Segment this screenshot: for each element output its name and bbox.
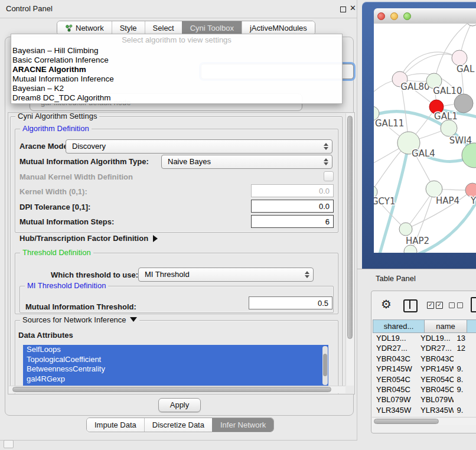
- control-panel: Control Panel ✕ NetworkStyleSelectCyni T…: [0, 0, 357, 441]
- tab-label: Style: [120, 24, 137, 32]
- hub-definition-label: Hub/Transcription Factor Definition: [19, 234, 148, 243]
- table-row[interactable]: YDL19...YDL19...13: [373, 333, 476, 343]
- table-row[interactable]: YLR345WYLR345W9.: [373, 405, 476, 415]
- mi-threshold-field[interactable]: [249, 296, 332, 309]
- table-row[interactable]: YPR145WYPR145W9.: [373, 364, 476, 374]
- dropdown-item[interactable]: Mutual Information Inference: [11, 74, 342, 84]
- node-label: GCY1: [374, 196, 396, 207]
- node-label: Y: [470, 195, 476, 206]
- table-cell: YDL19...: [373, 333, 417, 343]
- node-unlabeled[interactable]: [462, 143, 476, 168]
- tab-cyni-toolbox[interactable]: Cyni Toolbox: [182, 21, 242, 35]
- node-label: GAL10: [433, 86, 462, 96]
- tab-label: Select: [153, 24, 174, 32]
- export-table-icon[interactable]: [471, 297, 476, 312]
- tab-select[interactable]: Select: [145, 21, 182, 35]
- table-cell: 9.: [454, 384, 476, 394]
- zoom-window-icon[interactable]: [403, 12, 411, 20]
- node-swi4[interactable]: [441, 120, 457, 136]
- sources-toggle[interactable]: Sources for Network Inference: [20, 315, 139, 324]
- mi-type-combo[interactable]: Naive Bayes: [161, 155, 332, 169]
- select-all-icon[interactable]: ✓✓: [427, 302, 443, 309]
- tab-infer-network[interactable]: Infer Network: [212, 418, 273, 432]
- node-unlabeled[interactable]: [466, 24, 476, 26]
- attribute-item-selected[interactable]: TopologicalCoefficient: [23, 355, 328, 365]
- column-browser-icon[interactable]: [403, 299, 418, 312]
- deselect-all-icon[interactable]: [449, 302, 463, 308]
- panel-mini-icon[interactable]: [4, 440, 14, 448]
- gear-icon[interactable]: ⚙: [381, 298, 392, 310]
- bottom-tab-bar: Impute DataDiscretize DataInfer Network: [86, 418, 274, 432]
- float-window-icon[interactable]: [340, 6, 346, 12]
- table-cell: YDR27...: [417, 343, 454, 353]
- group-title: Threshold Definition: [20, 248, 93, 257]
- data-attributes-list[interactable]: SelfLoopsTopologicalCoefficientBetweenne…: [23, 345, 328, 386]
- dropdown-item[interactable]: Dream8 DC_TDC Algorithm: [11, 93, 342, 103]
- table-cell: YBL079W: [373, 394, 417, 405]
- tab-jactivemnodules[interactable]: jActiveMNodules: [242, 21, 315, 35]
- dropdown-item[interactable]: ARACNE Algorithm: [11, 65, 342, 74]
- node-hap4[interactable]: [426, 181, 442, 197]
- attribute-item-selected[interactable]: BetweennessCentrality: [23, 364, 328, 374]
- table-cell: [454, 394, 476, 405]
- aracne-mode-combo[interactable]: Discovery: [66, 139, 332, 154]
- mi-steps-field[interactable]: [251, 215, 334, 228]
- tab-label: Impute Data: [94, 420, 136, 429]
- sources-title: Sources for Network Inference: [22, 315, 126, 324]
- dpi-tolerance-label: DPI Tolerance [0,1]:: [19, 203, 90, 211]
- kernel-width-field[interactable]: [251, 184, 334, 197]
- mi-steps-label: Mutual Information Steps:: [19, 217, 114, 226]
- close-window-icon[interactable]: [377, 12, 385, 20]
- node-label: GAL4: [412, 148, 435, 159]
- panel-title: Control Panel: [6, 4, 53, 13]
- table-row[interactable]: YBL079WYBL079W: [373, 394, 476, 405]
- network-window-titlebar[interactable]: [374, 8, 476, 24]
- settings-vertical-scrollbar[interactable]: [345, 113, 354, 386]
- table-row[interactable]: YBR043CYBR043C: [373, 354, 476, 364]
- column-header-shared...[interactable]: shared...: [373, 319, 425, 333]
- settings-horizontal-scrollbar[interactable]: [9, 386, 345, 393]
- algorithm-dropdown: Select algorithm to view settings Bayesi…: [11, 34, 343, 104]
- tab-label: jActiveMNodules: [250, 24, 307, 32]
- node-hap2[interactable]: [399, 223, 412, 236]
- table-cell: 8.: [454, 374, 476, 384]
- tab-network[interactable]: Network: [57, 21, 112, 35]
- column-header-name[interactable]: name: [425, 319, 467, 333]
- minimize-window-icon[interactable]: [390, 12, 398, 20]
- manual-kernel-label: Manual Kernel Width Definition: [19, 172, 133, 181]
- apply-button[interactable]: Apply: [158, 398, 201, 412]
- table-row[interactable]: YDR27...YDR27...12: [373, 343, 476, 353]
- tab-discretize-data[interactable]: Discretize Data: [144, 418, 212, 432]
- tab-style[interactable]: Style: [112, 21, 145, 35]
- combo-value: Naive Bayes: [168, 157, 211, 166]
- column-header-clipped[interactable]: [467, 319, 476, 333]
- table-cell: YBR045C: [373, 384, 417, 394]
- table-row[interactable]: YER054CYER054C8.: [373, 374, 476, 384]
- tab-label: Infer Network: [220, 420, 266, 429]
- tab-impute-data[interactable]: Impute Data: [87, 418, 144, 432]
- table-horizontal-scrollbar[interactable]: [372, 417, 476, 425]
- data-attributes-label: Data Attributes: [18, 331, 73, 340]
- table-cell: YLR345W: [417, 405, 454, 415]
- network-canvas[interactable]: GALGAL80GAL10GAL1GAL11SWI4GAL4GCY1HAP4YH…: [374, 24, 476, 253]
- node-label: GAL1: [434, 111, 458, 122]
- list-scrollbar[interactable]: [322, 346, 328, 385]
- attribute-item-selected[interactable]: SelfLoops: [23, 345, 328, 355]
- close-icon[interactable]: ✕: [350, 4, 356, 12]
- combo-value: MI Threshold: [145, 270, 190, 279]
- table-cell: YBR045C: [417, 384, 454, 394]
- hub-definition-toggle[interactable]: Hub/Transcription Factor Definition: [19, 234, 158, 243]
- attribute-item-selected[interactable]: gal4RGexp: [23, 374, 328, 384]
- which-threshold-combo[interactable]: MI Threshold: [138, 268, 314, 282]
- dropdown-item[interactable]: Basic Correlation Inference: [11, 56, 342, 65]
- table-row[interactable]: YBR045CYBR045C9.: [373, 384, 476, 394]
- dpi-tolerance-field[interactable]: [251, 200, 334, 213]
- node-label: HAP2: [406, 236, 429, 246]
- manual-kernel-checkbox[interactable]: [324, 171, 334, 181]
- aracne-mode-label: Aracne Mode:: [19, 142, 70, 151]
- dropdown-item[interactable]: Bayesian – Hill Climbing: [11, 46, 342, 56]
- table-cell: YPR145W: [373, 364, 417, 374]
- node-unlabeled[interactable]: [454, 94, 473, 113]
- table-cell: YBR043C: [417, 354, 454, 364]
- dropdown-item[interactable]: Bayesian – K2: [11, 84, 342, 93]
